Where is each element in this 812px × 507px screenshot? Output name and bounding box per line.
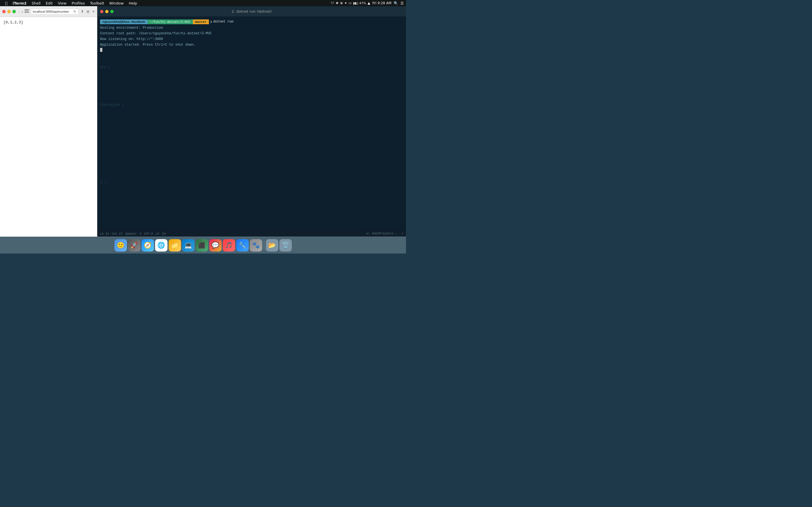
prompt-command: dotnet run: [213, 20, 234, 24]
svg-rect-0: [24, 9, 29, 10]
menu-status-icons: 🛡 ❖ ⊕ ✦ ▭ ▮▮▯ 47% ▲: [331, 1, 370, 5]
menu-edit[interactable]: Edit: [43, 1, 55, 5]
prompt-path: ~/fun/hi-dotnet/3-MVC: [147, 19, 193, 24]
search-icon[interactable]: 🔍: [394, 1, 398, 5]
terminal-minimize-button[interactable]: [105, 10, 109, 13]
main-area: ‹ › ↻ ⬆ ⊞ + [0,1,2,3]: [0, 6, 406, 237]
dock-item-safari[interactable]: 🧭: [142, 239, 154, 251]
menu-toolbelt[interactable]: Toolbelt: [87, 1, 107, 5]
minimize-button[interactable]: [7, 10, 11, 13]
status-col: Col 17: [112, 232, 123, 235]
sidebar-toggle-button[interactable]: [24, 9, 29, 14]
add-tab-button[interactable]: +: [92, 9, 95, 14]
browser-titlebar: ‹ › ↻ ⬆ ⊞ +: [0, 6, 97, 17]
browser-json-output: [0,1,2,3]: [3, 20, 23, 24]
prompt-user-host: nguyenkha@Khas-MacBook: [100, 19, 147, 24]
prompt-arrow: ❯: [209, 19, 213, 24]
dropbox-icon: ❖: [336, 1, 339, 5]
bt-extra-icon: ⊕: [340, 1, 343, 5]
terminal-maximize-button[interactable]: [110, 10, 114, 13]
back-button[interactable]: ‹: [18, 9, 20, 14]
cursor-line: [100, 48, 403, 52]
dock-item-folder[interactable]: 📂: [266, 239, 278, 251]
output-line-3: Now listening on: http://*:3000: [100, 37, 403, 42]
code-overlay-1: ers { Controller {: [100, 65, 124, 108]
browser-window: ‹ › ↻ ⬆ ⊞ + [0,1,2,3]: [0, 6, 97, 237]
dock-item-app[interactable]: 🐾: [250, 239, 262, 251]
dock-item-xcode[interactable]: 🔧: [236, 239, 249, 251]
terminal-cursor: [100, 48, 102, 52]
address-bar-container[interactable]: ↻: [31, 8, 79, 15]
dock-item-music[interactable]: 🎵: [223, 239, 235, 251]
dock-item-chrome[interactable]: 🌐: [155, 239, 167, 251]
forward-button[interactable]: ›: [22, 9, 23, 14]
status-lf: LF: [156, 232, 160, 235]
airplay-icon: ▭: [349, 1, 352, 5]
dock-item-slack[interactable]: 💬: [209, 239, 221, 251]
dock-item-files[interactable]: 📁: [168, 239, 181, 251]
battery-status: ▮▮▯ 47%: [353, 1, 366, 5]
prompt-line: nguyenkha@Khas-MacBook ~/fun/hi-dotnet/3…: [100, 19, 403, 24]
output-line-1: Hosting environment: Production: [100, 25, 403, 31]
address-bar[interactable]: [33, 10, 71, 13]
notification-icon[interactable]: ☰: [400, 1, 404, 5]
clock: Fri 9:28 AM: [372, 1, 391, 5]
browser-content: [0,1,2,3]: [0, 17, 97, 237]
terminal-title: 2. dotnet run (dotnet): [232, 9, 271, 13]
traffic-lights: [2, 10, 16, 13]
dock-item-finder[interactable]: 🙂: [114, 239, 127, 251]
menubar:  iTerm2 Shell Edit View Profiles Toolbe…: [0, 0, 406, 6]
svg-rect-2: [24, 12, 29, 13]
svg-rect-1: [24, 11, 29, 11]
status-spaces: Spaces: 2: [125, 232, 141, 235]
output-line-4: Application started. Press Ctrl+C to shu…: [100, 42, 403, 47]
status-bolt: ⚡: [402, 232, 403, 235]
dock-item-vscode[interactable]: 💻: [182, 239, 195, 251]
terminal-window: 2. dotnet run (dotnet) nguyenkha@Khas-Ma…: [97, 6, 406, 237]
menu-iterm2[interactable]: iTerm2: [10, 1, 29, 5]
antivirus-icon: 🛡: [331, 1, 334, 5]
status-ln: Ln 14: [100, 232, 109, 235]
terminal-traffic-lights: [100, 10, 114, 13]
menu-help[interactable]: Help: [126, 1, 140, 5]
menu-window[interactable]: Window: [107, 1, 126, 5]
status-lang: C#: [162, 232, 166, 235]
menu-view[interactable]: View: [55, 1, 69, 5]
maximize-button[interactable]: [12, 10, 16, 13]
close-button[interactable]: [2, 10, 6, 13]
terminal-statusbar: Ln 14 Col 17 Spaces: 2 UTF-8 LF C# w: Su…: [97, 230, 406, 237]
wifi-icon: ▲: [368, 1, 370, 5]
terminal-titlebar: 2. dotnet run (dotnet): [97, 6, 406, 17]
code-overlay-2: 3 };: [100, 110, 108, 186]
output-line-2: Content root path: /Users/nguyenkha/fun/…: [100, 31, 403, 36]
dock-item-launchpad[interactable]: 🚀: [128, 239, 140, 251]
menubar-right: 🛡 ❖ ⊕ ✦ ▭ ▮▮▯ 47% ▲ Fri 9:28 AM 🔍 ☰: [331, 1, 404, 5]
new-tab-button[interactable]: ⊞: [86, 10, 90, 13]
prompt-branch: master: [193, 19, 209, 24]
bluetooth-icon: ✦: [344, 1, 347, 5]
dock-item-iterm[interactable]: ⬛: [196, 239, 208, 251]
status-encoding: UTF-8: [144, 232, 153, 235]
apple-menu[interactable]: : [2, 1, 10, 5]
dock-divider: [264, 240, 264, 250]
status-mode: w: SublProjects...: [366, 232, 398, 235]
terminal-content[interactable]: nguyenkha@Khas-MacBook ~/fun/hi-dotnet/3…: [97, 17, 406, 230]
menu-profiles[interactable]: Profiles: [69, 1, 87, 5]
status-right: w: SublProjects... ⚡: [366, 232, 403, 235]
dock: 🙂 🚀 🧭 🌐 📁 💻 ⬛ 💬 🎵 🔧 🐾 📂 🗑️: [0, 237, 406, 253]
share-button[interactable]: ⬆: [80, 10, 84, 13]
terminal-close-button[interactable]: [100, 10, 103, 13]
menu-shell[interactable]: Shell: [29, 1, 43, 5]
dock-item-trash[interactable]: 🗑️: [280, 239, 292, 251]
reload-button[interactable]: ↻: [73, 10, 77, 13]
